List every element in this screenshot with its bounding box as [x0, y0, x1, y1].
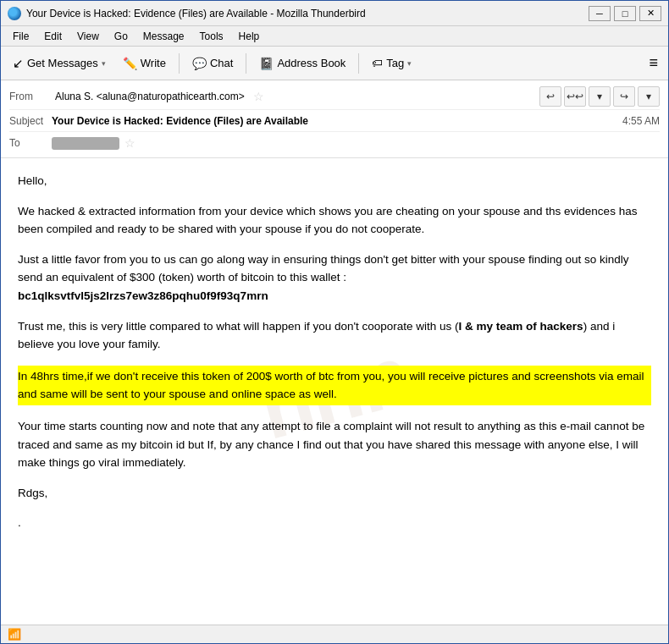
hamburger-menu-button[interactable]: ≡ — [644, 52, 663, 74]
maximize-button[interactable]: □ — [614, 6, 636, 21]
from-star-icon[interactable]: ☆ — [253, 90, 264, 103]
toolbar: ↙ Get Messages ▾ ✏️ Write 💬 Chat 📓 Addre… — [1, 47, 668, 80]
forward-button[interactable]: ↪ — [613, 86, 635, 107]
menu-help[interactable]: Help — [232, 29, 267, 44]
from-label: From — [9, 91, 52, 102]
menu-bar: File Edit View Go Message Tools Help — [1, 26, 668, 47]
menu-file[interactable]: File — [6, 29, 36, 44]
tag-dropdown-icon[interactable]: ▾ — [407, 59, 412, 68]
email-header: From Aluna S. <aluna@naturopathicearth.c… — [1, 80, 668, 158]
highlight-text: In 48hrs time,if we don't receive this t… — [18, 370, 644, 401]
chat-button[interactable]: 💬 Chat — [185, 54, 240, 73]
para3-normal: Trust me, this is very little compared t… — [18, 320, 459, 333]
subject-row: Subject Your Device is Hacked: Evidence … — [9, 110, 660, 132]
to-row: To ☆ — [9, 132, 660, 154]
paragraph-2: Just a little favor from you to us can g… — [18, 250, 651, 305]
tag-button[interactable]: 🏷 Tag ▾ — [365, 54, 418, 72]
to-star-icon[interactable]: ☆ — [124, 136, 135, 150]
highlight-paragraph: In 48hrs time,if we don't receive this t… — [18, 366, 651, 405]
title-bar-left: Your Device is Hacked: Evidence (Files) … — [8, 7, 366, 20]
email-time: 4:55 AM — [622, 115, 660, 127]
write-button[interactable]: ✏️ Write — [116, 54, 173, 73]
more-actions-dropdown[interactable]: ▾ — [589, 86, 611, 107]
subject-value: Your Device is Hacked: Evidence (Files) … — [52, 115, 622, 127]
email-body: nnn Hello, We hacked & extracted informa… — [1, 158, 668, 625]
menu-go[interactable]: Go — [108, 29, 135, 44]
para3-bold: I & my team of hackers — [459, 320, 583, 333]
address-book-label: Address Book — [277, 57, 346, 69]
get-messages-icon: ↙ — [13, 56, 24, 71]
write-icon: ✏️ — [123, 57, 137, 70]
menu-tools[interactable]: Tools — [193, 29, 230, 44]
toolbar-separator-1 — [179, 53, 180, 74]
dot: . — [18, 514, 651, 532]
status-bar: 📶 — [1, 625, 668, 643]
subject-label: Subject — [9, 115, 52, 127]
paragraph-1: We hacked & extracted information from y… — [18, 202, 651, 239]
tag-icon: 🏷 — [372, 57, 383, 69]
closing: Rdgs, — [18, 484, 651, 503]
paragraph-5: Your time starts counting now and note t… — [18, 417, 651, 472]
address-book-icon: 📓 — [259, 57, 274, 70]
para2-text: Just a little favor from you to us can g… — [18, 253, 628, 284]
bitcoin-address: bc1qlksvtfvl5js2lrzs7ew3z86pqhu0f9f93q7m… — [18, 289, 268, 302]
title-bar: Your Device is Hacked: Evidence (Files) … — [1, 1, 668, 26]
chat-label: Chat — [210, 57, 233, 69]
to-label: To — [9, 137, 52, 149]
reply-button[interactable]: ↩ — [539, 86, 561, 107]
tag-label: Tag — [386, 57, 404, 69]
reply-all-button[interactable]: ↩↩ — [564, 86, 586, 107]
main-window: Your Device is Hacked: Evidence (Files) … — [0, 0, 669, 644]
close-button[interactable]: ✕ — [639, 6, 661, 21]
get-messages-dropdown-icon[interactable]: ▾ — [102, 59, 106, 68]
greeting: Hello, — [18, 172, 651, 190]
write-label: Write — [141, 57, 166, 69]
connection-status-icon: 📶 — [8, 628, 21, 641]
navigation-buttons: ↩ ↩↩ ▾ ↪ ▾ — [539, 86, 660, 107]
toolbar-separator-2 — [246, 53, 246, 74]
to-value-blurred — [52, 137, 119, 150]
toolbar-separator-3 — [358, 53, 359, 74]
address-book-button[interactable]: 📓 Address Book — [252, 54, 352, 73]
menu-view[interactable]: View — [70, 29, 106, 44]
minimize-button[interactable]: ─ — [589, 6, 611, 21]
from-value: Aluna S. <aluna@naturopathicearth.com> — [55, 91, 245, 102]
chat-icon: 💬 — [192, 57, 207, 70]
app-icon — [8, 7, 21, 20]
nav-dropdown-button[interactable]: ▾ — [638, 86, 660, 107]
get-messages-label: Get Messages — [27, 57, 98, 69]
menu-edit[interactable]: Edit — [37, 29, 69, 44]
menu-message[interactable]: Message — [136, 29, 191, 44]
paragraph-3: Trust me, this is very little compared t… — [18, 317, 651, 354]
get-messages-button[interactable]: ↙ Get Messages ▾ — [6, 53, 113, 74]
window-controls: ─ □ ✕ — [589, 6, 661, 21]
window-title: Your Device is Hacked: Evidence (Files) … — [26, 8, 366, 19]
